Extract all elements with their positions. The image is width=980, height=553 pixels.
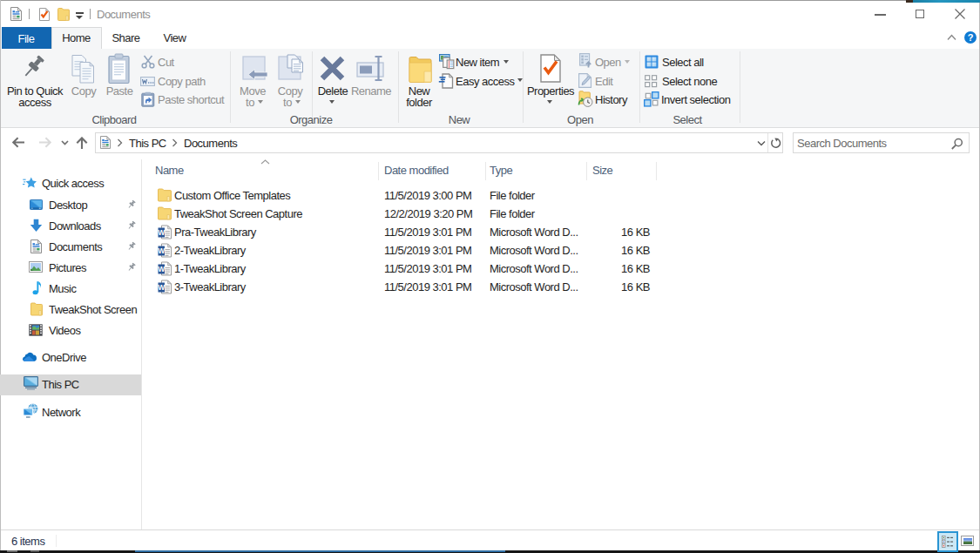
svg-text:W: W <box>158 228 166 237</box>
svg-text:W: W <box>158 246 166 255</box>
svg-text:W: W <box>158 265 166 273</box>
svg-text:W: W <box>158 283 166 292</box>
